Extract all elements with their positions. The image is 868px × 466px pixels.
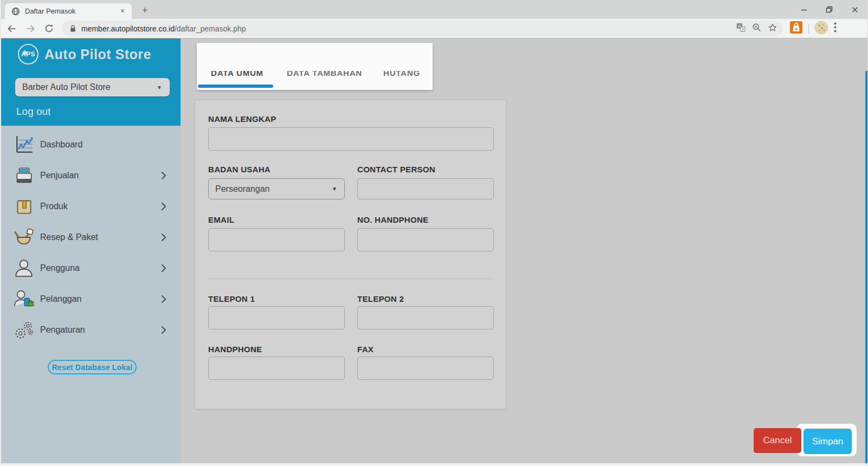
field-label-nama-lengkap: NAMA LENGKAP [208,114,277,124]
aps-logo: APS [18,44,38,64]
chevron-right-icon [161,264,166,273]
store-selector[interactable]: Barber Auto Pilot Store ▼ [15,78,170,96]
reload-icon[interactable] [41,21,56,36]
translate-icon[interactable]: A a [736,23,745,34]
active-tab-underline [198,85,273,88]
restore-icon[interactable] [816,0,842,19]
sidebar-item-pengaturan[interactable]: Pengaturan [1,314,181,345]
close-icon[interactable] [842,0,867,19]
field-label-email: EMAIL [208,215,345,224]
customer-bags-icon [14,289,34,309]
store-selector-value: Barber Auto Pilot Store [22,82,157,92]
svg-text:a: a [795,26,798,31]
toolbar-separator [808,24,809,34]
sidebar-item-pelanggan[interactable]: Pelanggan [1,283,181,314]
sidebar-item-produk[interactable]: Produk [1,191,181,222]
sidebar-header: APS Auto Pilot Store Barber Auto Pilot S… [1,38,181,126]
chevron-right-icon [161,326,166,334]
zoom-magnifier-icon[interactable] [752,23,761,34]
sidebar: APS Auto Pilot Store Barber Auto Pilot S… [1,38,181,463]
mortar-pestle-icon [14,227,34,248]
cash-register-icon [14,165,34,186]
sidebar-item-label: Resep & Paket [40,232,98,242]
brand-title: Auto Pilot Store [44,47,151,62]
product-box-icon [14,196,34,217]
contact-person-input[interactable] [357,178,494,199]
field-label-telepon1: TELEPON 1 [208,294,345,303]
tab-title: Daftar Pemasok [25,7,118,15]
logout-link[interactable]: Log out [16,106,50,118]
url-path: /daftar_pemasok.php [175,24,246,33]
url-bar[interactable]: member.autopilotstore.co.id/daftar_pemas… [62,21,783,36]
chevron-right-icon [161,295,166,303]
svg-text:a: a [742,27,744,31]
telepon2-input[interactable] [357,306,494,329]
no-handphone-input[interactable] [357,228,494,251]
email-input[interactable] [208,228,345,251]
profile-avatar[interactable] [814,21,828,37]
cancel-button[interactable]: Cancel [754,428,801,453]
user-icon [14,258,34,279]
shopping-extension-icon[interactable]: a [789,21,803,36]
kebab-menu-icon[interactable] [834,22,837,35]
field-label-badan-usaha: BADAN USAHA [208,165,345,174]
globe-icon [11,7,20,16]
browser-window: Daftar Pemasok × + [0,0,868,466]
chevron-right-icon [161,202,166,211]
window-controls [791,0,867,19]
badan-usaha-select[interactable]: Perseorangan ▼ [208,178,345,199]
chevron-down-icon: ▼ [157,85,162,90]
field-label-telepon2: TELEPON 2 [357,294,494,303]
lock-icon [69,24,76,33]
field-label-handphone: HANDPHONE [208,345,345,354]
form-card: NAMA LENGKAP BADAN USAHA Perseorangan ▼ … [195,100,506,409]
sidebar-item-label: Produk [40,202,68,211]
url-text: member.autopilotstore.co.id/daftar_pemas… [81,24,246,33]
sidebar-item-dashboard[interactable]: Dashboard [1,129,181,160]
telepon1-input[interactable] [208,306,345,329]
form-tabstrip: DATA UMUM DATA TAMBAHAN HUTANG [197,43,433,90]
gears-icon [14,320,34,340]
save-button[interactable]: Simpan [803,429,852,454]
chevron-right-icon [161,233,166,242]
handphone-input[interactable] [208,357,345,380]
dashboard-chart-icon [14,134,34,155]
sidebar-menu: Dashboard Penjualan Pro [1,129,181,345]
fax-input[interactable] [357,357,494,380]
window-bottom-border [1,463,867,466]
bookmark-star-icon[interactable] [768,23,777,35]
minimize-icon[interactable] [791,0,816,19]
tabstrip-clip-overlay [197,43,433,71]
sidebar-item-label: Pelanggan [40,294,82,304]
nama-lengkap-input[interactable] [208,127,494,151]
forward-arrow-icon[interactable] [23,21,38,36]
field-label-fax: FAX [357,345,494,354]
sidebar-item-label: Dashboard [40,140,82,150]
field-label-contact-person: CONTACT PERSON [357,165,494,174]
sidebar-item-label: Pengguna [40,263,80,273]
back-arrow-icon[interactable] [4,21,20,36]
url-domain: member.autopilotstore.co.id [81,24,175,33]
browser-tab[interactable]: Daftar Pemasok × [5,3,132,19]
badan-usaha-value: Perseorangan [215,184,332,194]
sidebar-item-label: Penjualan [40,171,79,180]
form-section-divider [208,279,494,279]
tab-close-icon[interactable]: × [118,7,127,16]
browser-tabbar: Daftar Pemasok × + [1,0,867,19]
chevron-right-icon [161,171,166,180]
sidebar-item-pengguna[interactable]: Pengguna [1,253,181,283]
browser-toolbar: member.autopilotstore.co.id/daftar_pemas… [1,19,867,38]
new-tab-icon[interactable]: + [138,4,152,18]
sidebar-item-label: Pengaturan [40,325,85,335]
sidebar-item-resep-paket[interactable]: Resep & Paket [1,222,181,253]
field-label-no-handphone: NO. HANDPHONE [357,215,494,224]
select-arrow-icon: ▼ [332,186,337,192]
reset-database-button[interactable]: Reset Database Lokal [48,360,137,374]
sidebar-item-penjualan[interactable]: Penjualan [1,160,181,191]
page-scrollbar[interactable] [865,71,868,463]
